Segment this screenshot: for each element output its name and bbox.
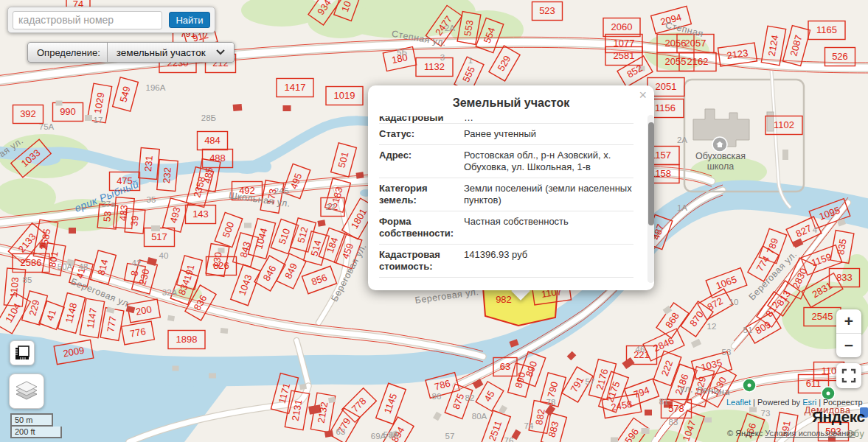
parcel-label: 28Б — [201, 113, 216, 122]
zoom-in-button[interactable]: + — [836, 309, 861, 333]
parcel-label: 4 — [813, 225, 818, 234]
parcel-label: 1019 — [334, 90, 355, 101]
parcel-label: 82 — [465, 393, 475, 402]
parcel-label: 232 — [161, 166, 173, 183]
school-label: школа — [707, 161, 735, 172]
parcel-label: 5Б — [397, 48, 407, 57]
layers-button[interactable] — [9, 373, 44, 409]
poi-glyph — [748, 384, 751, 387]
parcel-label: 32А — [162, 288, 178, 297]
building — [173, 366, 179, 371]
fullscreen-icon — [840, 367, 858, 385]
object-type-bar: Определение: земельный участок — [27, 42, 235, 63]
esri-link[interactable]: Esri — [802, 398, 816, 407]
parcel-label: 2056 — [665, 38, 687, 49]
pond — [234, 162, 260, 174]
close-icon[interactable]: × — [639, 88, 647, 102]
parcel-label: 517 — [151, 231, 167, 242]
yandex-copyright: © Яндекс Условия использования — [727, 429, 855, 438]
parcel-label: 2581 — [614, 50, 635, 61]
popup-row: Форма собственности:Частная собственност… — [379, 211, 633, 244]
parcel-label: 2060 — [611, 21, 633, 32]
zoom-out-button[interactable]: − — [836, 333, 861, 357]
parcel-label: 63 — [336, 427, 346, 436]
building — [355, 172, 364, 178]
parcel-label: 2А — [445, 24, 455, 32]
parcel-label: 1417 — [285, 82, 306, 93]
popup-row: Статус:Ранее учтенный — [379, 123, 633, 144]
parcel-label: 48 — [79, 262, 88, 271]
parcel-label: 57 — [586, 377, 595, 386]
parcel-label: 143 — [192, 208, 209, 220]
parcel-label: 81 — [659, 397, 669, 406]
parcel-label: 46 — [636, 345, 645, 354]
parcel-label: 75А — [39, 122, 55, 131]
parcel-label: 2051 — [656, 81, 677, 92]
parcel-label: 1 — [468, 56, 473, 65]
popup-scrollbar-thumb[interactable] — [648, 122, 654, 225]
search-panel: Найти — [7, 7, 215, 33]
parcel-label: 611 — [806, 378, 822, 389]
search-input[interactable] — [13, 11, 162, 29]
building — [317, 220, 325, 227]
popup-row-clipped: Кадастровый номер: … — [379, 116, 633, 123]
object-type-value: земельный участок — [117, 47, 206, 58]
parcel-label: 12 — [707, 322, 717, 331]
scale-control: 50 m 200 ft — [10, 413, 62, 438]
parcel-label: 76 — [504, 436, 514, 442]
search-button[interactable]: Найти — [169, 12, 210, 28]
ruler-icon — [13, 343, 32, 362]
parcel-label: 833 — [836, 272, 853, 283]
leaflet-link[interactable]: Leaflet — [726, 398, 751, 407]
building — [85, 115, 92, 121]
parcel-label: 1А — [677, 203, 687, 212]
parcel-label: 484 — [204, 135, 221, 146]
scale-metric: 50 m — [10, 413, 53, 427]
popup-row: Уточненная площадь:1399 кв.м — [379, 277, 633, 283]
parcel-label: 2162 — [687, 56, 709, 67]
building — [69, 228, 76, 234]
zoom-control: + − — [836, 309, 861, 357]
parcel-label: 24Б — [274, 186, 289, 195]
building — [244, 223, 251, 228]
popup-body[interactable]: Кадастровый номер: … Статус:Ранее учтенн… — [379, 116, 633, 283]
yandex-terms-link[interactable]: Условия использования — [765, 429, 855, 438]
parcel-label: 2057 — [685, 38, 706, 49]
parcel-label: 1103 — [8, 276, 21, 298]
building — [611, 438, 618, 442]
parcel-label: 1132 — [424, 61, 445, 72]
school-label: Обуховская — [695, 151, 746, 161]
fullscreen-button[interactable] — [836, 363, 861, 388]
scale-imperial: 200 ft — [10, 427, 62, 438]
parcel-label: 392 — [20, 108, 36, 119]
rosreestr-label: Росреестр — [823, 398, 862, 407]
building — [782, 150, 788, 160]
parcel-label: 53 — [101, 211, 113, 222]
parcel-label: 110 — [822, 365, 837, 376]
building — [283, 105, 291, 111]
parcel-label: 69А — [371, 432, 386, 441]
map-application: 7493410791912223021252320601077258185220… — [0, 0, 868, 442]
parcel-info-popup: × Земельный участок Кадастровый номер: …… — [368, 85, 654, 290]
poi-glyph — [827, 392, 830, 396]
building — [749, 407, 757, 413]
building — [233, 104, 243, 111]
parcel-label: 73 — [761, 409, 771, 418]
parcel-label: 83 — [669, 418, 678, 427]
parcel-label: 1156 — [655, 102, 676, 113]
parcel-label: 74 — [524, 421, 534, 430]
building — [209, 373, 216, 379]
parcel-label: 231 — [142, 155, 155, 172]
parcel-label: 488 — [209, 152, 226, 164]
yandex-logo: Яндекс — [812, 408, 865, 426]
popup-title: Земельный участок — [368, 85, 654, 110]
parcel-label: 39 — [128, 215, 140, 227]
parcel-label: 2055 — [665, 56, 687, 67]
parcel-label: 78 — [546, 398, 556, 407]
parcel-label: 42 — [132, 259, 142, 267]
measure-button[interactable] — [10, 340, 35, 365]
parcel-label: 85 — [23, 276, 32, 284]
object-type-select[interactable]: земельный участок — [107, 43, 234, 62]
parcel-label: 10 — [729, 298, 739, 306]
parcel-label: 483 — [117, 204, 130, 221]
